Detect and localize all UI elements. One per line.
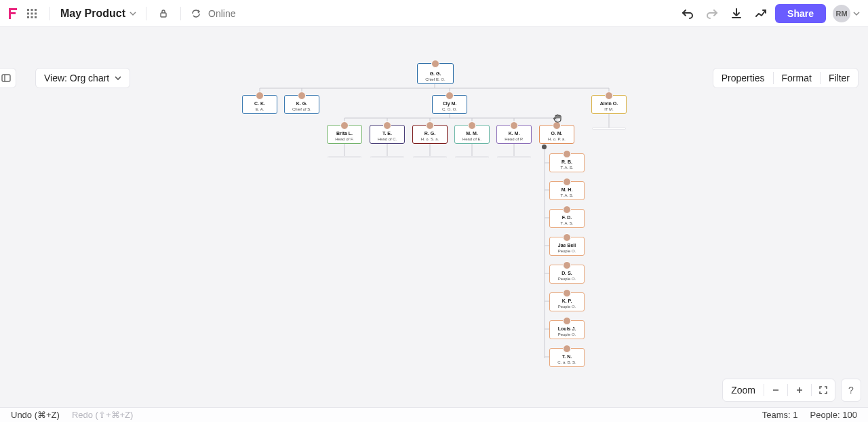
collapse-toggle[interactable] — [455, 156, 489, 158]
node-role: IT M. — [604, 107, 614, 112]
org-node[interactable]: K. M. Head of P. — [496, 125, 532, 144]
org-node[interactable]: C. K. E. A. — [242, 95, 277, 114]
org-node[interactable]: Brita L. Head of F. — [327, 125, 362, 144]
node-role: Head of P. — [505, 137, 524, 142]
org-node[interactable]: K. P.People O. — [549, 292, 585, 311]
node-role: T. A. S. — [560, 166, 573, 170]
org-node[interactable]: O. M. H. o. P. a. — [539, 125, 574, 144]
people-value: 100 — [842, 410, 857, 420]
node-role: Head of E. — [462, 137, 481, 142]
zoom-label: Zoom — [723, 385, 764, 396]
avatar — [563, 261, 571, 269]
document-title-text: May Product — [60, 7, 125, 20]
org-node[interactable]: R. B.T. A. S. — [549, 153, 585, 172]
avatar — [446, 92, 454, 100]
zoom-control: Zoom — [722, 379, 835, 402]
node-role: Head of C. — [378, 137, 397, 142]
collapse-toggle[interactable] — [328, 156, 361, 158]
node-role: Chief E. O. — [425, 77, 445, 82]
node-name: M. M. — [466, 131, 478, 136]
org-node[interactable]: M. H.T. A. S. — [549, 181, 585, 200]
avatar — [563, 233, 571, 242]
org-node[interactable]: K. G. Chief of S. — [284, 95, 319, 114]
zoom-out-button[interactable] — [764, 379, 787, 402]
node-role: T. A. S. — [560, 193, 573, 198]
org-node[interactable]: Alvin O. IT M. — [591, 95, 627, 114]
status-teams: Teams: 1 — [762, 410, 798, 420]
svg-rect-5 — [35, 12, 37, 14]
user-initials: RM — [835, 9, 847, 18]
svg-rect-7 — [31, 16, 33, 18]
help-button-label: ? — [848, 385, 854, 396]
collapse-toggle[interactable] — [497, 156, 531, 158]
avatar — [340, 121, 349, 130]
user-menu[interactable]: RM — [833, 5, 860, 22]
avatar — [563, 289, 571, 297]
avatar — [563, 178, 571, 186]
avatar — [605, 92, 613, 100]
svg-rect-4 — [31, 12, 33, 14]
collapse-toggle[interactable] — [592, 128, 626, 130]
node-role: People O. — [558, 332, 576, 337]
avatar — [298, 92, 306, 100]
status-redo[interactable]: Redo (⇧+⌘+Z) — [72, 410, 133, 420]
avatar — [563, 150, 571, 158]
node-role: C. a. B. S. — [557, 360, 576, 365]
avatar — [510, 121, 518, 130]
sync-icon[interactable] — [191, 6, 201, 21]
statusbar: Undo (⌘+Z) Redo (⇧+⌘+Z) Teams: 1 People:… — [0, 407, 868, 422]
node-role: H. o. S. a. — [421, 137, 439, 142]
document-title[interactable]: May Product — [60, 7, 136, 20]
node-role: People O. — [558, 277, 576, 282]
svg-rect-9 — [161, 13, 166, 17]
collapse-toggle[interactable] — [413, 156, 447, 158]
avatar — [563, 206, 571, 214]
node-role: People O. — [558, 249, 576, 254]
lock-icon[interactable] — [156, 6, 171, 21]
avatar — [383, 121, 391, 130]
svg-rect-1 — [31, 9, 33, 11]
chevron-down-icon — [853, 10, 860, 17]
org-node[interactable]: R. G. H. o. S. a. — [412, 125, 448, 144]
org-node[interactable]: T. E. Head of C. — [370, 125, 405, 144]
avatar — [563, 345, 571, 353]
avatar — [563, 317, 571, 325]
share-button[interactable]: Share — [775, 4, 826, 23]
status-undo[interactable]: Undo (⌘+Z) — [11, 410, 60, 420]
download-icon[interactable] — [729, 6, 744, 21]
collapse-toggle-dot[interactable] — [542, 145, 547, 149]
org-node[interactable]: Cly M. C. O. O. — [432, 95, 467, 114]
org-node[interactable]: G. G. Chief E. O. — [417, 63, 454, 84]
org-node[interactable]: Louis J.People O. — [549, 320, 585, 339]
node-name: Alvin O. — [600, 101, 618, 107]
org-node[interactable]: M. M. Head of E. — [454, 125, 490, 144]
node-role: T. A. S. — [560, 221, 573, 226]
svg-rect-6 — [27, 16, 29, 18]
share-button-label: Share — [787, 8, 814, 19]
zoom-fit-button[interactable] — [812, 379, 835, 402]
zoom-in-button[interactable] — [788, 379, 811, 402]
avatar — [426, 121, 434, 130]
canvas[interactable]: View: Org chart Properties Format Filter — [0, 27, 868, 407]
undo-icon[interactable] — [680, 6, 695, 21]
org-node[interactable]: F. D.T. A. S. — [549, 209, 585, 228]
teams-label: Teams: — [762, 410, 791, 420]
node-name: T. N. — [562, 354, 572, 360]
separator — [49, 7, 50, 20]
collapse-toggle[interactable] — [370, 156, 404, 158]
org-node[interactable]: T. N.C. a. B. S. — [549, 348, 585, 367]
svg-rect-0 — [27, 9, 29, 11]
org-node[interactable]: D. S.People O. — [549, 265, 585, 284]
org-node[interactable]: Jae BellPeople O. — [549, 237, 585, 256]
node-name: R. G. — [425, 131, 435, 136]
help-button[interactable]: ? — [841, 379, 861, 402]
apps-grid-icon[interactable] — [24, 6, 39, 21]
node-role: Chief of S. — [292, 107, 311, 112]
topbar: May Product Online Share RM — [0, 0, 868, 27]
connectors — [0, 27, 868, 407]
redo-icon[interactable] — [705, 6, 719, 21]
node-name: D. S. — [561, 271, 572, 276]
avatar — [256, 92, 264, 100]
svg-rect-2 — [35, 9, 37, 11]
analytics-icon[interactable] — [753, 6, 768, 21]
